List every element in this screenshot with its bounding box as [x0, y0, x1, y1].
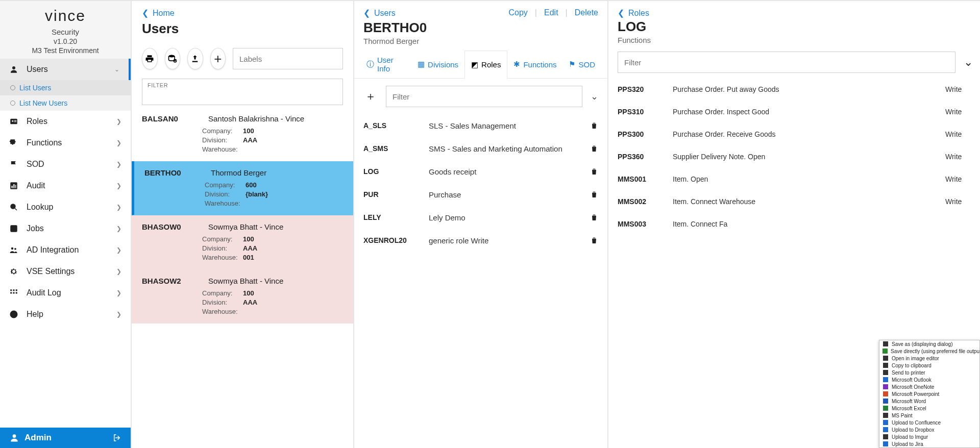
- roles-filter-input[interactable]: [386, 86, 582, 107]
- function-row[interactable]: PPS360Supplier Delivery Note. OpenWrite: [609, 145, 979, 168]
- users-title: Users: [142, 21, 343, 37]
- delete-role-button[interactable]: [590, 144, 598, 153]
- function-row[interactable]: PPS300Purchase Order. Receive GoodsWrite: [609, 123, 979, 145]
- context-menu-item[interactable]: Upload to Jira: [879, 440, 979, 447]
- chevron-right-icon: ❯: [116, 182, 121, 189]
- nav-sub-list-new-users[interactable]: List New Users: [0, 95, 131, 111]
- upload-button[interactable]: [187, 48, 203, 69]
- function-permission: Write: [945, 197, 971, 206]
- delete-role-button[interactable]: [590, 213, 598, 221]
- nav-item-sod[interactable]: SOD❯: [0, 154, 131, 175]
- delete-button[interactable]: Delete: [575, 8, 598, 18]
- nav-item-vse-settings[interactable]: VSE Settings❯: [0, 261, 131, 282]
- refresh-db-button[interactable]: [165, 48, 181, 69]
- nav-item-functions[interactable]: Functions❯: [0, 132, 131, 154]
- tab-sod[interactable]: ⚑SOD: [562, 51, 601, 78]
- breadcrumb-users[interactable]: ❮ Users: [363, 8, 396, 18]
- role-row[interactable]: PURPurchase: [356, 183, 605, 206]
- role-row[interactable]: A_SMSSMS - Sales and Marketing Automatio…: [356, 137, 605, 160]
- expand-functions-button[interactable]: ⌄: [961, 56, 976, 69]
- function-row[interactable]: MMS001Item. OpenWrite: [609, 168, 979, 190]
- tab-functions-label: Functions: [523, 60, 556, 69]
- nav-item-help[interactable]: Help❯: [0, 304, 131, 325]
- user-name: Sowmya Bhatt - Vince: [208, 222, 283, 231]
- labels-input[interactable]: [233, 48, 343, 69]
- role-row[interactable]: XGENROL20generic role Write: [356, 229, 605, 252]
- context-menu-item[interactable]: Microsoft Word: [879, 397, 979, 405]
- sep: |: [566, 8, 568, 18]
- meta-company-label: Company:: [205, 181, 240, 189]
- function-code: PPS360: [618, 153, 673, 161]
- brand-product: Security: [5, 28, 126, 36]
- delete-role-button[interactable]: [590, 167, 598, 176]
- context-menu-item[interactable]: Microsoft Outlook: [879, 376, 979, 383]
- function-row[interactable]: MMS003Item. Connect Fa: [609, 213, 979, 235]
- user-card[interactable]: BHASOW2Sowmya Bhatt - VinceCompany:100Di…: [132, 269, 353, 323]
- meta-company-value: 100: [243, 289, 254, 297]
- context-menu-item[interactable]: Microsoft OneNote: [879, 383, 979, 390]
- tab-user-info[interactable]: ⓘUser Info: [360, 51, 411, 78]
- user-circle-icon: [9, 433, 19, 443]
- brand-env: M3 Test Environment: [5, 46, 126, 55]
- context-menu-item[interactable]: Send to printer: [879, 369, 979, 376]
- logout-icon[interactable]: [112, 433, 121, 442]
- print-button[interactable]: [142, 48, 158, 69]
- role-row[interactable]: A_SLSSLS - Sales Management: [356, 114, 605, 137]
- expand-roles-button[interactable]: ⌄: [591, 91, 598, 102]
- context-menu-item[interactable]: Microsoft Excel: [879, 405, 979, 412]
- nav-item-users[interactable]: Users⌄: [0, 59, 131, 80]
- app-icon: [883, 419, 889, 426]
- tab-divisions[interactable]: ▦Divisions: [411, 51, 464, 78]
- functions-filter-input[interactable]: [618, 52, 955, 73]
- context-menu-item[interactable]: Copy to clipboard: [879, 362, 979, 369]
- app-icon: [883, 391, 889, 397]
- nav-item-ad-integration[interactable]: AD Integration❯: [0, 239, 131, 261]
- delete-role-button[interactable]: [590, 190, 598, 198]
- role-row[interactable]: LELYLely Demo: [356, 206, 605, 229]
- context-menu-item[interactable]: Save directly (using preferred file outp…: [879, 347, 979, 355]
- context-menu-item[interactable]: Save as (displaying dialog): [879, 340, 979, 347]
- context-menu-item[interactable]: MS Paint: [879, 412, 979, 419]
- admin-bar[interactable]: Admin: [0, 428, 131, 448]
- context-menu-item[interactable]: Upload to Dropbox: [879, 426, 979, 433]
- nav-item-label: VSE Settings: [27, 267, 75, 276]
- context-menu-item[interactable]: Microsoft Powerpoint: [879, 390, 979, 397]
- breadcrumb-home-label: Home: [153, 9, 175, 18]
- user-list: BALSAN0Santosh Balakrishna - VinceCompan…: [132, 107, 353, 448]
- nav-item-jobs[interactable]: Jobs❯: [0, 218, 131, 239]
- user-name: Santosh Balakrishna - Vince: [208, 114, 304, 123]
- user-card[interactable]: BERTHO0Thormod BergerCompany:600Division…: [132, 161, 353, 215]
- context-menu-item[interactable]: Upload to Imgur: [879, 433, 979, 440]
- breadcrumb-roles[interactable]: ❮ Roles: [618, 8, 971, 18]
- add-button[interactable]: +: [210, 48, 226, 69]
- function-row[interactable]: PPS310Purchase Order. Inspect GoodWrite: [609, 101, 979, 123]
- context-menu-label: Upload to Confluence: [892, 420, 941, 426]
- edit-button[interactable]: Edit: [544, 8, 558, 18]
- user-card[interactable]: BALSAN0Santosh Balakrishna - VinceCompan…: [132, 107, 353, 161]
- nav-item-roles[interactable]: Roles❯: [0, 111, 131, 132]
- function-row[interactable]: MMS002Item. Connect WarehouseWrite: [609, 190, 979, 213]
- user-card[interactable]: BHASOW0Sowmya Bhatt - VinceCompany:100Di…: [132, 215, 353, 269]
- copy-button[interactable]: Copy: [509, 8, 528, 18]
- delete-role-button[interactable]: [590, 236, 598, 244]
- function-row[interactable]: PPS320Purchase Order. Put away GoodsWrit…: [609, 78, 979, 101]
- meta-warehouse-label: Warehouse:: [202, 308, 238, 315]
- context-menu-item[interactable]: Upload to Confluence: [879, 419, 979, 426]
- context-menu-item[interactable]: Open in image editor: [879, 355, 979, 362]
- breadcrumb-home[interactable]: ❮ Home: [142, 8, 343, 18]
- tab-functions[interactable]: ✱Functions: [507, 51, 562, 78]
- chevron-right-icon: ❯: [116, 225, 121, 232]
- add-role-button[interactable]: ＋: [363, 89, 378, 104]
- role-row[interactable]: LOGGoods receipt: [356, 160, 605, 183]
- nav-item-lookup[interactable]: Lookup❯: [0, 196, 131, 218]
- nav-item-label: AD Integration: [27, 245, 79, 255]
- context-menu[interactable]: Save as (displaying dialog)Save directly…: [879, 340, 980, 448]
- tab-roles[interactable]: ◩Roles: [464, 51, 507, 79]
- nav-item-audit[interactable]: Audit❯: [0, 175, 131, 196]
- detail-subtitle: Thormod Berger: [354, 36, 607, 51]
- nav-item-audit-log[interactable]: Audit Log❯: [0, 282, 131, 304]
- users-filter-box[interactable]: FILTER: [142, 79, 343, 105]
- app-icon: [883, 362, 889, 368]
- delete-role-button[interactable]: [590, 121, 598, 130]
- nav-sub-list-users[interactable]: List Users: [0, 80, 131, 95]
